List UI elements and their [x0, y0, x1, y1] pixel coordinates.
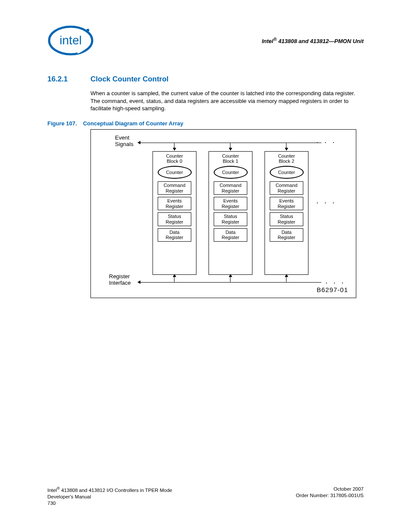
section-title: Clock Counter Control: [90, 75, 168, 84]
events-register: EventsRegister: [270, 197, 303, 210]
counter-block-2: CounterBlock 2 Counter CommandRegister E…: [265, 151, 308, 275]
block-title: CounterBlock 1: [209, 153, 252, 164]
counter-oval: Counter: [270, 166, 304, 179]
page-footer: Intel® 413808 and 413812 I/O Controllers…: [47, 486, 364, 507]
counter-oval: Counter: [214, 166, 248, 179]
brand-prefix: Intel: [262, 38, 274, 44]
events-register: EventsRegister: [158, 197, 191, 210]
footer-manual: Developer's Manual: [47, 494, 172, 501]
register-interface-l2: Interface: [109, 280, 131, 286]
top-bus-line: [140, 143, 321, 143]
footer-order-number: Order Number: 317805-001US: [296, 492, 364, 499]
figure-number: Figure 107.: [47, 120, 77, 127]
arrow-down-icon: [286, 143, 286, 150]
command-register: CommandRegister: [158, 181, 191, 195]
svg-text:intel: intel: [59, 34, 81, 47]
data-register: DataRegister: [158, 228, 191, 242]
page-header: intel Intel® 413808 and 413812—PMON Unit: [47, 25, 364, 56]
data-register: DataRegister: [270, 228, 303, 242]
status-register: StatusRegister: [214, 212, 247, 226]
arrow-down-icon: [230, 143, 230, 150]
counter-oval: Counter: [158, 166, 192, 179]
arrow-down-icon: [174, 143, 174, 150]
footer-page-number: 730: [47, 500, 172, 507]
page: intel Intel® 413808 and 413812—PMON Unit…: [0, 0, 411, 532]
counter-block-0: Counter Block 0 Counter CommandRegister …: [153, 151, 196, 275]
svg-point-2: [87, 29, 89, 31]
diagram-frame: Event Signals . . . Counter Block 0 Coun…: [90, 129, 356, 298]
arrow-up-icon: [174, 274, 174, 282]
figure-title: Conceptual Diagram of Counter Array: [83, 120, 184, 127]
section-number: 16.2.1: [47, 75, 90, 84]
footer-left: Intel® 413808 and 413812 I/O Controllers…: [47, 486, 172, 507]
block-title: Counter Block 0: [153, 153, 196, 164]
header-right-text: 413808 and 413812—PMON Unit: [277, 38, 364, 44]
arrow-left-icon: [137, 280, 140, 284]
command-register: CommandRegister: [214, 181, 247, 195]
section-heading: 16.2.1 Clock Counter Control: [47, 75, 364, 84]
footer-right: October 2007 Order Number: 317805-001US: [296, 486, 364, 507]
event-signals-l2: Signals: [115, 141, 134, 148]
section-paragraph: When a counter is sampled, the current v…: [90, 90, 364, 112]
mid-dots: . . .: [317, 199, 337, 205]
status-register: StatusRegister: [158, 212, 191, 226]
bottom-bus-line: [140, 282, 321, 283]
event-signals-label: Event Signals: [115, 135, 134, 148]
command-register: CommandRegister: [270, 181, 303, 195]
events-register: EventsRegister: [214, 197, 247, 210]
counter-block-1: CounterBlock 1 Counter CommandRegister E…: [209, 151, 252, 275]
header-doc-title: Intel® 413808 and 413812—PMON Unit: [262, 37, 364, 44]
arrow-up-icon: [230, 274, 230, 282]
block-title: CounterBlock 2: [265, 153, 308, 164]
footer-doc-title: Intel® 413808 and 413812 I/O Controllers…: [47, 486, 172, 494]
register-interface-label: Register Interface: [109, 274, 131, 286]
top-dots: . . .: [317, 138, 337, 144]
intel-logo: intel: [47, 25, 94, 56]
arrow-left-icon: [137, 141, 140, 144]
event-signals-l1: Event: [115, 135, 134, 141]
bottom-dots: . . .: [326, 279, 346, 285]
diagram-code: B6297-01: [317, 286, 348, 293]
register-interface-l1: Register: [109, 274, 131, 280]
status-register: StatusRegister: [270, 212, 303, 226]
arrow-up-icon: [286, 274, 286, 282]
figure-caption: Figure 107.Conceptual Diagram of Counter…: [47, 120, 364, 127]
data-register: DataRegister: [214, 228, 247, 242]
footer-date: October 2007: [296, 486, 364, 493]
